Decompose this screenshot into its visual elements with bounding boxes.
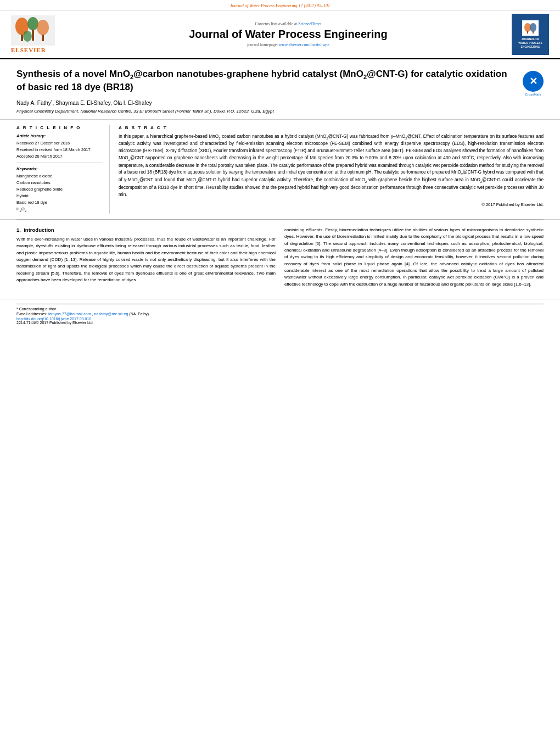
keyword-5: Basic red 18 dye bbox=[16, 199, 103, 206]
article-title-area: Synthesis of a novel MnO2@carbon nanotub… bbox=[0, 59, 560, 120]
svg-point-2 bbox=[27, 17, 38, 30]
page: Journal of Water Process Engineering 17 … bbox=[0, 0, 560, 742]
article-info-column: A R T I C L E I N F O Article history: R… bbox=[16, 125, 110, 214]
journal-header: ELSEVIER Contents lists available at Sci… bbox=[0, 10, 560, 59]
svg-rect-5 bbox=[32, 30, 34, 41]
top-journal-text: Journal of Water Process Engineering 17 … bbox=[230, 3, 330, 8]
article-footer: * Corresponding author. E-mail addresses… bbox=[0, 299, 560, 329]
crossmark-container: ✕ CrossMark bbox=[523, 71, 544, 114]
crossmark-label: CrossMark bbox=[523, 93, 544, 96]
intro-para-2: containing effluents. Firstly, bioremedi… bbox=[284, 227, 544, 288]
crossmark-icon[interactable]: ✕ bbox=[523, 71, 544, 92]
abstract-text: In this paper, a hierarchical graphene-b… bbox=[119, 133, 544, 199]
revised-date: Received in revised form 18 March 2017 bbox=[16, 147, 103, 153]
introduction-title: 1. Introduction bbox=[16, 227, 276, 233]
body-area: 1. Introduction With the ever-increasing… bbox=[0, 220, 560, 297]
keyword-4: Hybrid bbox=[16, 193, 103, 199]
body-right-col: containing effluents. Firstly, bioremedi… bbox=[284, 227, 544, 292]
sciencedirect-link[interactable]: ScienceDirect bbox=[298, 21, 321, 26]
article-history-label: Article history: bbox=[16, 133, 103, 138]
email-2-link[interactable]: na.fathy@nrc.sci.eg bbox=[94, 312, 128, 316]
article-authors: Nady A. Fathy*, Shaymaa E. El-Shafey, Ol… bbox=[16, 99, 514, 106]
journal-title: Journal of Water Process Engineering bbox=[71, 28, 505, 41]
accepted-date: Accepted 28 March 2017 bbox=[16, 153, 103, 159]
svg-point-9 bbox=[530, 23, 536, 32]
badge-text: JOURNAL OFWATER PROCESSENGINEERING bbox=[518, 37, 542, 49]
svg-point-3 bbox=[37, 20, 49, 35]
journal-badge: JOURNAL OFWATER PROCESSENGINEERING bbox=[512, 14, 549, 55]
homepage-link[interactable]: www.elsevier.com/locate/jwpe bbox=[279, 42, 329, 47]
badge-logo-icon bbox=[523, 22, 537, 34]
keyword-6: H2O2 bbox=[16, 206, 103, 214]
badge-icon bbox=[522, 20, 539, 36]
article-main-title: Synthesis of a novel MnO2@carbon nanotub… bbox=[16, 68, 514, 94]
elsevier-text: ELSEVIER bbox=[11, 47, 46, 53]
article-title-left: Synthesis of a novel MnO2@carbon nanotub… bbox=[16, 68, 514, 114]
elsevier-logo: ELSEVIER bbox=[11, 15, 71, 53]
intro-para-1: With the ever-increasing in water uses i… bbox=[16, 236, 276, 284]
contents-line: Contents lists available at ScienceDirec… bbox=[71, 21, 505, 26]
top-journal-line: Journal of Water Process Engineering 17 … bbox=[0, 0, 560, 10]
footer-divider bbox=[16, 304, 544, 304]
doi-link[interactable]: http://dx.doi.org/10.1016/j.jwpe.2017.03… bbox=[16, 317, 91, 321]
email-1-link[interactable]: fathyna.77@hotmail.com bbox=[48, 312, 91, 316]
svg-rect-11 bbox=[533, 31, 534, 34]
article-info-abstract-area: A R T I C L E I N F O Article history: R… bbox=[0, 120, 560, 220]
article-info-heading: A R T I C L E I N F O bbox=[16, 125, 103, 130]
email-line: E-mail addresses: fathyna.77@hotmail.com… bbox=[16, 312, 544, 316]
svg-rect-6 bbox=[42, 35, 44, 41]
elsevier-tree-icon bbox=[11, 15, 55, 46]
body-left-col: 1. Introduction With the ever-increasing… bbox=[16, 227, 276, 292]
divider-1 bbox=[16, 163, 103, 163]
keyword-2: Carbon nanotubes bbox=[16, 180, 103, 186]
header-right: JOURNAL OFWATER PROCESSENGINEERING bbox=[505, 14, 549, 55]
copyright-line: © 2017 Published by Elsevier Ltd. bbox=[119, 202, 544, 207]
svg-point-7 bbox=[23, 31, 32, 42]
keyword-1: Manganese dioxide bbox=[16, 173, 103, 180]
abstract-column: A B S T R A C T In this paper, a hierarc… bbox=[119, 125, 544, 214]
corresponding-author-note: * Corresponding author. bbox=[16, 307, 544, 311]
doi-line: http://dx.doi.org/10.1016/j.jwpe.2017.03… bbox=[16, 317, 544, 321]
svg-rect-4 bbox=[21, 35, 23, 41]
issn-line: 2214-7144/© 2017 Published by Elsevier L… bbox=[16, 321, 544, 325]
svg-rect-10 bbox=[527, 31, 528, 34]
received-date: Received 27 December 2016 bbox=[16, 140, 103, 146]
journal-homepage: journal homepage: www.elsevier.com/locat… bbox=[71, 42, 505, 47]
keywords-heading: Keywords: bbox=[16, 166, 103, 171]
keyword-3: Reduced graphene oxide bbox=[16, 186, 103, 193]
article-affiliation: Physical Chemistry Department, National … bbox=[16, 109, 514, 114]
header-left: ELSEVIER bbox=[11, 15, 71, 53]
header-center: Contents lists available at ScienceDirec… bbox=[71, 21, 505, 47]
abstract-heading: A B S T R A C T bbox=[119, 125, 544, 130]
